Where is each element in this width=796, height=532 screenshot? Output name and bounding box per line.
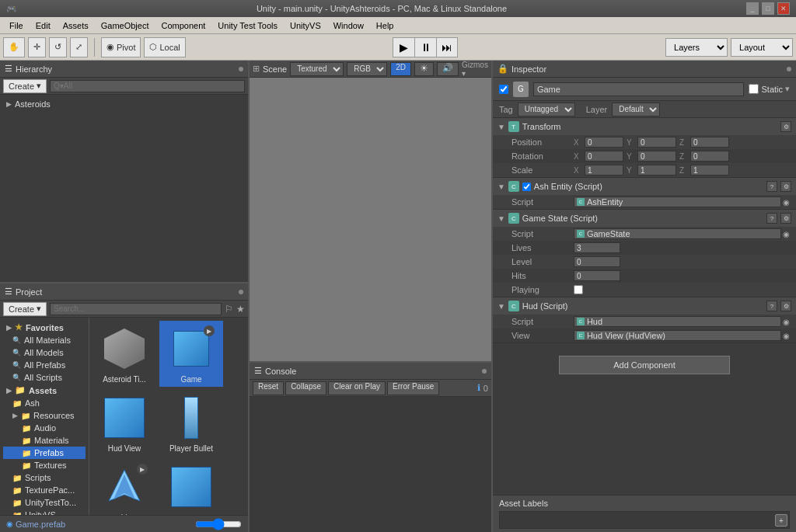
menu-edit[interactable]: Edit [30,19,57,32]
asset-ship[interactable]: ▶ ship [93,459,156,515]
hierarchy-item-asteroids[interactable]: ▶ Asteroids [3,98,245,110]
sidebar-all-scripts[interactable]: 🔍 All Scripts [3,371,86,384]
position-y-input[interactable] [637,137,676,148]
menu-help[interactable]: Help [370,19,400,32]
console-reset-button[interactable]: Reset [253,381,284,395]
game-state-settings-icon[interactable]: ⚙ [780,213,791,224]
minimize-button[interactable]: _ [746,2,759,15]
console-collapse-button[interactable]: Collapse [285,381,326,395]
hud-script-pick[interactable]: ◉ [783,318,790,326]
console-clear-on-play-button[interactable]: Clear on Play [328,381,386,395]
sidebar-all-materials[interactable]: 🔍 All Materials [3,334,86,346]
sidebar-ash[interactable]: 📁 Ash [3,397,86,409]
sidebar-all-prefabs[interactable]: 🔍 All Prefabs [3,359,86,371]
hand-tool-button[interactable]: ✋ [3,37,25,57]
sidebar-resources[interactable]: ▶ 📁 Resources [3,409,86,422]
sidebar-textures[interactable]: 📁 Textures [3,459,86,471]
rotation-z-input[interactable] [690,151,729,162]
inspector-menu-icon[interactable] [787,67,791,71]
menu-window[interactable]: Window [327,19,370,32]
layers-dropdown[interactable]: Layers [665,38,728,57]
scale-x-input[interactable] [585,165,623,176]
ash-entity-script-field[interactable]: C AshEntity [574,196,781,207]
playing-checkbox[interactable] [574,285,583,294]
menu-component[interactable]: Component [155,19,211,32]
game-object-name-input[interactable] [533,82,745,96]
asset-blue-cube-2[interactable] [159,459,223,515]
hud-view-pick[interactable]: ◉ [783,332,790,340]
scene-view-mode-select[interactable]: Textured [290,62,344,76]
scene-audio-button[interactable]: 🔊 [437,62,459,76]
level-input[interactable] [574,256,620,267]
menu-unity-test-tools[interactable]: Unity Test Tools [211,19,284,32]
hud-settings-icon[interactable]: ⚙ [780,301,791,311]
ash-entity-enabled-checkbox[interactable] [522,183,531,191]
rotation-x-input[interactable] [585,151,623,162]
close-button[interactable]: ✕ [777,2,790,15]
ash-entity-help-icon[interactable]: ? [766,181,777,192]
scale-tool-button[interactable]: ⤢ [70,37,88,57]
menu-file[interactable]: File [3,19,30,32]
sidebar-unitytesttools[interactable]: 📁 UnityTestTo... [3,496,86,509]
console-error-pause-button[interactable]: Error Pause [387,381,439,395]
game-state-help-icon[interactable]: ? [766,213,777,224]
static-dropdown-arrow[interactable]: ▾ [785,84,790,94]
add-component-button[interactable]: Add Component [559,356,730,374]
game-state-script-pick[interactable]: ◉ [783,230,790,238]
hud-view-field[interactable]: C Hud View (HudView) [574,330,781,341]
sidebar-scripts[interactable]: 📁 Scripts [3,471,86,484]
asset-labels-add-icon[interactable]: + [775,514,787,527]
sidebar-favorites-header[interactable]: ▶ ★ Favorites [3,321,86,334]
ash-entity-header[interactable]: ▼ C Ash Entity (Script) ? ⚙ [493,178,796,195]
play-button[interactable]: ▶ [393,37,414,57]
hud-header[interactable]: ▼ C Hud (Script) ? ⚙ [493,297,796,315]
sidebar-assets-header[interactable]: ▶ 📁 Assets [3,384,86,397]
scene-2d-button[interactable]: 2D [390,62,411,76]
layout-dropdown[interactable]: Layout [731,38,793,57]
static-checkbox[interactable] [749,84,759,94]
rotation-y-input[interactable] [637,151,676,162]
menu-unityvs[interactable]: UnityVS [284,19,327,32]
move-tool-button[interactable]: ✛ [28,37,46,57]
asset-player-bullet[interactable]: Player Bullet [159,390,223,456]
ash-entity-script-pick[interactable]: ◉ [783,198,790,207]
game-state-script-field[interactable]: C GameState [574,228,781,239]
hierarchy-menu-icon[interactable] [239,67,243,71]
transform-header[interactable]: ▼ T Transform ⚙ [493,118,796,135]
rotate-tool-button[interactable]: ↺ [49,37,67,57]
hits-input[interactable] [574,270,620,281]
scale-z-input[interactable] [690,165,729,176]
position-x-input[interactable] [585,137,623,148]
pivot-button[interactable]: ◉ Pivot [101,37,141,57]
game-object-active-checkbox[interactable] [499,85,508,94]
project-menu-icon[interactable] [239,290,243,294]
asset-game[interactable]: ▶ Game [159,321,223,387]
sidebar-audio[interactable]: 📁 Audio [3,422,86,434]
scale-y-input[interactable] [637,165,676,176]
hud-help-icon[interactable]: ? [766,301,777,311]
asset-asteroid-tile[interactable]: Asteroid Ti... [93,321,156,387]
scene-viewport[interactable] [250,78,491,361]
position-z-input[interactable] [690,137,729,148]
step-button[interactable]: ⏭ [436,37,458,57]
scene-light-button[interactable]: ☀ [414,62,434,76]
pause-button[interactable]: ⏸ [414,37,436,57]
lives-input[interactable] [574,242,620,253]
sidebar-all-models[interactable]: 🔍 All Models [3,346,86,359]
sidebar-texturepack[interactable]: 📁 TexturePac... [3,484,86,496]
transform-settings-icon[interactable]: ⚙ [780,121,791,132]
layer-select[interactable]: Default [612,103,660,116]
hierarchy-search-input[interactable] [50,80,245,92]
hud-script-field[interactable]: C Hud [574,316,781,327]
local-button[interactable]: ⬡ Local [144,37,185,57]
ash-entity-settings-icon[interactable]: ⚙ [780,181,791,192]
zoom-slider[interactable] [195,520,242,529]
sidebar-unityvs[interactable]: 📁 UnityVS [3,509,86,515]
project-create-button[interactable]: Create ▾ [3,302,47,316]
sidebar-materials[interactable]: 📁 Materials [3,434,86,447]
menu-assets[interactable]: Assets [57,19,95,32]
game-state-header[interactable]: ▼ C Game State (Script) ? ⚙ [493,210,796,227]
maximize-button[interactable]: □ [762,2,774,15]
console-menu-icon[interactable] [482,369,487,374]
hierarchy-create-button[interactable]: Create ▾ [3,79,47,93]
